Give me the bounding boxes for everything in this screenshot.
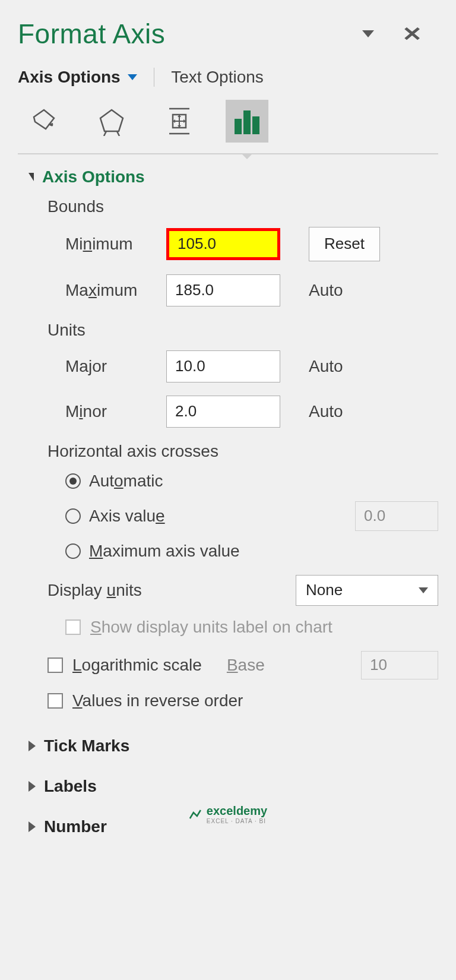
chevron-down-icon — [419, 587, 428, 593]
section-title: Axis Options — [42, 167, 145, 186]
maximum-auto-label: Auto — [309, 281, 343, 300]
bounds-label: Bounds — [48, 197, 438, 216]
base-label: Base — [227, 656, 265, 675]
axis-options-icon-tab[interactable] — [226, 100, 268, 143]
maximum-label: Maximum — [48, 281, 154, 300]
checkbox-log-scale[interactable] — [48, 657, 63, 673]
tab-label: Axis Options — [18, 68, 121, 87]
axis-value-input — [355, 501, 438, 531]
watermark-icon — [189, 808, 202, 821]
tab-separator — [154, 68, 155, 87]
reset-button[interactable]: Reset — [309, 227, 380, 261]
expand-icon — [28, 741, 36, 751]
section-tick-marks-header[interactable]: Tick Marks — [18, 736, 438, 755]
display-units-select[interactable]: None — [296, 575, 438, 606]
minor-label: Minor — [48, 402, 154, 421]
radio-automatic[interactable] — [65, 473, 81, 489]
tab-label: Text Options — [171, 68, 264, 87]
tab-text-options[interactable]: Text Options — [171, 68, 264, 87]
size-icon — [164, 105, 194, 137]
radio-max-value-label: Maximum axis value — [89, 542, 240, 561]
major-auto-label: Auto — [309, 357, 343, 376]
minor-auto-label: Auto — [309, 402, 343, 421]
pentagon-icon — [97, 106, 126, 136]
radio-axis-value[interactable] — [65, 508, 81, 524]
paint-bucket-icon — [29, 106, 59, 136]
close-icon[interactable]: ✕ — [402, 24, 422, 44]
minor-input[interactable] — [166, 396, 280, 428]
minimum-input[interactable] — [166, 228, 280, 260]
chevron-down-icon — [128, 74, 137, 80]
section-labels-header[interactable]: Labels — [18, 777, 438, 796]
watermark-brand: exceldemy — [207, 804, 267, 818]
maximum-input[interactable] — [166, 274, 280, 306]
watermark-tagline: EXCEL · DATA · BI — [207, 818, 267, 824]
show-display-units-label-text: Show display units label on chart — [90, 618, 332, 637]
svg-rect-8 — [243, 110, 251, 134]
section-title: Number — [44, 817, 107, 836]
expand-icon — [28, 821, 36, 832]
radio-max-axis-value[interactable] — [65, 543, 81, 559]
minimum-label: Minimum — [48, 235, 154, 254]
divider — [18, 153, 438, 154]
expand-icon — [28, 781, 36, 792]
bar-chart-icon — [232, 108, 262, 134]
crosses-label: Horizontal axis crosses — [48, 442, 438, 461]
display-units-value: None — [306, 581, 343, 599]
size-properties-icon-tab[interactable] — [158, 100, 201, 143]
collapse-icon — [28, 173, 34, 181]
checkbox-show-display-units-label — [65, 619, 81, 635]
watermark: exceldemy EXCEL · DATA · BI — [189, 804, 267, 824]
section-axis-options-header[interactable]: Axis Options — [18, 167, 438, 186]
radio-automatic-label: Automatic — [89, 472, 163, 491]
reverse-order-label: Values in reverse order — [72, 691, 243, 710]
section-title: Tick Marks — [44, 736, 129, 755]
radio-axis-value-label: Axis value — [89, 507, 165, 526]
svg-rect-9 — [252, 116, 259, 134]
base-input — [361, 651, 438, 679]
checkbox-reverse-order[interactable] — [48, 693, 63, 709]
pane-title: Format Axis — [18, 18, 165, 50]
tab-axis-options[interactable]: Axis Options — [18, 68, 137, 87]
major-input[interactable] — [166, 350, 280, 382]
section-title: Labels — [44, 777, 97, 796]
units-label: Units — [48, 321, 438, 340]
svg-rect-7 — [235, 119, 242, 134]
major-label: Major — [48, 357, 154, 376]
effects-icon-tab[interactable] — [90, 100, 133, 143]
pane-options-caret-icon[interactable] — [362, 30, 374, 37]
fill-line-icon-tab[interactable] — [23, 100, 65, 143]
log-scale-label: Logarithmic scale — [72, 656, 202, 675]
display-units-label: Display units — [48, 581, 142, 600]
